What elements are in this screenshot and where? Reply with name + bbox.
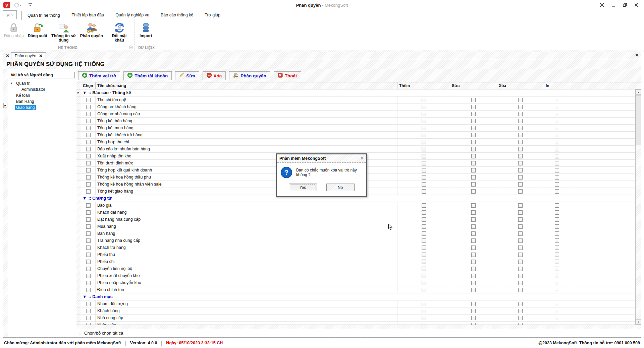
group-collapse-arrow-icon[interactable]: ▼	[83, 294, 87, 299]
cell-ten-chuc-nang[interactable]: Tổng kết khách trả hàng	[96, 132, 397, 138]
row-select-checkbox[interactable]	[86, 288, 91, 292]
ribbon-tab[interactable]: Báo cáo thống kê	[155, 11, 199, 20]
table-row[interactable]: Trả hàng nhà cung cấp	[76, 237, 641, 244]
grid-header-them[interactable]: Thêm	[397, 82, 450, 89]
sua-checkbox[interactable]	[471, 253, 476, 257]
them-checkbox[interactable]	[422, 231, 426, 236]
them-checkbox[interactable]	[422, 112, 426, 116]
table-row[interactable]: Tổng hợp thu chi	[76, 139, 641, 146]
table-row[interactable]: Công nợ nhà cung cấp	[76, 111, 641, 118]
xoa-checkbox[interactable]	[518, 224, 523, 229]
table-row[interactable]: Nhà cung cấp	[76, 315, 641, 322]
ribbon-button[interactable]: Thông tin sử dụng	[49, 21, 78, 43]
group-collapse-arrow-icon[interactable]: ▼	[83, 196, 87, 201]
ribbon-tab[interactable]: Thiết lập ban đầu	[66, 11, 110, 20]
them-checkbox[interactable]	[422, 217, 426, 222]
dialog-close-icon[interactable]	[361, 156, 364, 161]
in-checkbox[interactable]	[555, 119, 559, 123]
xoa-checkbox[interactable]	[518, 203, 523, 208]
xoa-checkbox[interactable]	[518, 281, 523, 285]
vertical-scrollbar[interactable]: ▲ ▼	[635, 89, 641, 325]
in-checkbox[interactable]	[555, 147, 559, 151]
xoa-checkbox[interactable]	[518, 267, 523, 271]
xoa-checkbox[interactable]	[518, 246, 523, 250]
cell-ten-chuc-nang[interactable]: Nhân viên	[96, 322, 397, 325]
tabstrip-right-close-icon[interactable]	[635, 53, 638, 58]
in-checkbox[interactable]	[555, 210, 559, 215]
tree-item[interactable]: ▼Quản trị	[8, 80, 76, 86]
dialog-titlebar[interactable]: Phần mềm MekongSoft	[277, 154, 366, 163]
in-checkbox[interactable]	[555, 267, 559, 271]
row-select-checkbox[interactable]	[86, 217, 91, 222]
xoa-checkbox[interactable]	[518, 231, 523, 236]
sua-checkbox[interactable]	[471, 140, 476, 144]
in-checkbox[interactable]	[555, 189, 559, 194]
group-collapse-icon[interactable]	[152, 46, 155, 50]
them-checkbox[interactable]	[422, 253, 426, 257]
tree-item[interactable]: Kế toán	[8, 92, 76, 98]
cell-ten-chuc-nang[interactable]: Phiếu thu	[96, 251, 397, 258]
them-checkbox[interactable]	[422, 267, 426, 271]
table-row[interactable]: Phiếu chi	[76, 258, 641, 265]
quick-access-circle-icon[interactable]: ▾	[14, 3, 21, 8]
cell-ten-chuc-nang[interactable]: Báo cáo lợi nhuận bán hàng	[96, 146, 397, 152]
cell-ten-chuc-nang[interactable]: Phiếu chi	[96, 258, 397, 265]
them-checkbox[interactable]	[422, 182, 426, 187]
them-checkbox[interactable]	[422, 238, 426, 243]
them-checkbox[interactable]	[422, 210, 426, 215]
row-select-checkbox[interactable]	[86, 274, 91, 278]
sua-checkbox[interactable]	[471, 210, 476, 215]
in-checkbox[interactable]	[555, 133, 559, 137]
row-select-checkbox[interactable]	[86, 246, 91, 250]
sua-checkbox[interactable]	[471, 260, 476, 264]
xoa-checkbox[interactable]	[518, 238, 523, 243]
xoa-checkbox[interactable]	[518, 182, 523, 187]
in-checkbox[interactable]	[555, 161, 559, 165]
row-select-checkbox[interactable]	[86, 253, 91, 257]
them-checkbox[interactable]	[422, 133, 426, 137]
in-checkbox[interactable]	[555, 140, 559, 144]
table-row[interactable]: Khách hàng	[76, 307, 641, 315]
table-row[interactable]: Công nợ khách hàng	[76, 103, 641, 111]
table-row[interactable]: Tổng kết mua hàng	[76, 125, 641, 132]
cell-ten-chuc-nang[interactable]: Tổng hợp thu chi	[96, 139, 397, 145]
sua-checkbox[interactable]	[471, 224, 476, 229]
xoa-checkbox[interactable]	[518, 140, 523, 144]
them-checkbox[interactable]	[422, 274, 426, 278]
them-checkbox[interactable]	[422, 260, 426, 264]
cell-ten-chuc-nang[interactable]: Phiếu nhập chuyển kho	[96, 279, 397, 286]
in-checkbox[interactable]	[555, 309, 559, 313]
xoa-checkbox[interactable]	[518, 260, 523, 264]
fit-screen-icon[interactable]	[600, 3, 604, 7]
cell-ten-chuc-nang[interactable]: Khách hàng	[96, 307, 397, 314]
sua-checkbox[interactable]	[471, 126, 476, 130]
row-select-checkbox[interactable]	[86, 224, 91, 229]
them-checkbox[interactable]	[422, 316, 426, 320]
ribbon-button[interactable]: Đổi mật khẩu	[105, 21, 134, 43]
ribbon-button[interactable]: Phân quyền	[78, 21, 105, 38]
table-row[interactable]: Đặt hàng nhà cung cấp	[76, 216, 641, 223]
row-select-checkbox[interactable]	[86, 302, 91, 306]
grid-header-in[interactable]: In	[544, 82, 570, 89]
group-collapse-icon[interactable]	[129, 46, 133, 50]
group-row[interactable]: ▼:: Danh mục	[76, 293, 641, 300]
cell-ten-chuc-nang[interactable]: Tổng kết bán hàng	[96, 118, 397, 124]
table-row[interactable]: Nhân viên	[76, 322, 641, 325]
table-row[interactable]: Mua hàng	[76, 223, 641, 230]
tabstrip-close-icon[interactable]	[4, 52, 11, 59]
sua-checkbox[interactable]	[471, 323, 476, 325]
sua-checkbox[interactable]	[471, 168, 476, 172]
scroll-down-icon[interactable]: ▼	[636, 319, 641, 325]
ribbon-tab[interactable]: Quản lý nghiệp vụ	[110, 11, 155, 20]
them-checkbox[interactable]	[422, 98, 426, 102]
in-checkbox[interactable]	[555, 288, 559, 292]
xoa-checkbox[interactable]	[518, 309, 523, 313]
sua-checkbox[interactable]	[471, 98, 476, 102]
xoa-checkbox[interactable]	[518, 302, 523, 306]
sua-checkbox[interactable]	[471, 175, 476, 180]
them-checkbox[interactable]	[422, 105, 426, 109]
in-checkbox[interactable]	[555, 274, 559, 278]
in-checkbox[interactable]	[555, 217, 559, 222]
toolbar-button[interactable]: Xóa	[203, 71, 226, 80]
them-checkbox[interactable]	[422, 119, 426, 123]
